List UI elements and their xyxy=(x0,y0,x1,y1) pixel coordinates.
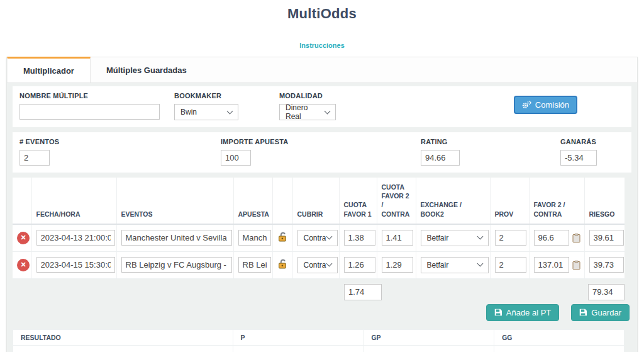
results-table: RESULTADO P GP GG GANARÁS -5.33 -5.34 -5… xyxy=(13,329,625,352)
chevron-down-icon xyxy=(477,261,483,267)
events-table-header-row: FECHA/HORA EVENTOS APUESTA CUBRIR CUOTA … xyxy=(13,178,625,224)
eventos-header: EVENTOS xyxy=(116,178,233,224)
total-riesgo-input[interactable] xyxy=(588,284,625,300)
cuota-favor-2-contra-header: CUOTA FAVOR 2 / CONTRA xyxy=(377,178,416,224)
rating-input[interactable] xyxy=(421,150,460,166)
importe-apuesta-label: IMPORTE APUESTA xyxy=(221,138,421,145)
bookmaker-label: BOOKMAKER xyxy=(174,92,279,99)
exchange-select[interactable]: Betfair xyxy=(421,230,489,246)
prov-input[interactable] xyxy=(495,257,526,273)
cubrir-select[interactable]: Contra xyxy=(297,230,338,246)
rating-field: RATING xyxy=(421,138,560,166)
comision-button-zone: Comisión xyxy=(436,92,625,114)
page-header: MultiOdds Instrucciones xyxy=(0,0,644,50)
chevron-down-icon xyxy=(326,234,332,240)
evento-input[interactable] xyxy=(121,257,232,273)
clipboard-icon[interactable] xyxy=(572,260,580,270)
nombre-multiple-field: NOMBRE MÚLTIPLE xyxy=(19,92,174,120)
ganaras-label: GANARÁS xyxy=(560,138,625,145)
clipboard-icon[interactable] xyxy=(572,233,580,243)
riesgo-input[interactable] xyxy=(589,257,624,273)
gp-header: GP xyxy=(364,329,494,345)
apuesta-header: APUESTA xyxy=(233,178,272,224)
nombre-multiple-input[interactable] xyxy=(19,104,160,120)
chevron-down-icon xyxy=(325,108,331,114)
ganaras-field: GANARÁS xyxy=(560,138,625,166)
rating-label: RATING xyxy=(421,138,560,145)
ganaras-input[interactable] xyxy=(560,150,597,166)
num-eventos-label: # EVENTOS xyxy=(19,138,221,145)
exchange-selected-value: Betfair xyxy=(427,261,449,270)
riesgo-header: RIESGO xyxy=(584,178,625,224)
save-icon xyxy=(494,309,502,316)
exchange-selected-value: Betfair xyxy=(427,234,449,242)
delete-event-button[interactable]: ✕ xyxy=(17,259,30,271)
num-eventos-field: # EVENTOS xyxy=(19,138,221,166)
events-table: FECHA/HORA EVENTOS APUESTA CUBRIR CUOTA … xyxy=(13,178,625,279)
delete-icon: ✕ xyxy=(20,261,26,268)
chevron-down-icon xyxy=(326,261,332,267)
event-row: ✕ xyxy=(13,251,625,278)
guardar-button[interactable]: Guardar xyxy=(571,304,630,321)
fecha-hora-input[interactable] xyxy=(36,257,115,273)
cubrir-select[interactable]: Contra xyxy=(297,257,338,273)
gg-header: GG xyxy=(494,329,625,345)
cuota-favor-2-input[interactable] xyxy=(382,230,413,246)
bet-params-card: # EVENTOS IMPORTE APUESTA RATING GANARÁS xyxy=(13,132,631,173)
cubrir-selected-value: Contra xyxy=(304,234,326,242)
instructions-link[interactable]: Instrucciones xyxy=(299,42,345,49)
cubrir-header: CUBRIR xyxy=(292,178,339,224)
comision-button-label: Comisión xyxy=(535,100,569,110)
delete-event-button[interactable]: ✕ xyxy=(17,232,30,244)
fecha-hora-input[interactable] xyxy=(36,230,115,246)
exchange-select[interactable]: Betfair xyxy=(421,257,489,273)
resultado-header: RESULTADO xyxy=(13,329,233,345)
favor-2-contra-input[interactable] xyxy=(534,257,569,273)
apuesta-input[interactable] xyxy=(238,230,271,246)
actions-row: Añade al PT Guardar xyxy=(13,304,631,321)
main-container: Multiplicador Múltiples Guardadas NOMBRE… xyxy=(6,57,638,352)
cuota-favor-2-input[interactable] xyxy=(382,257,413,273)
num-eventos-input[interactable] xyxy=(19,150,50,166)
results-header-row: RESULTADO P GP GG xyxy=(13,329,625,345)
comision-button[interactable]: Comisión xyxy=(514,96,577,114)
unlock-icon[interactable] xyxy=(277,259,289,269)
chevron-down-icon xyxy=(477,234,483,240)
add-to-pt-button[interactable]: Añade al PT xyxy=(486,304,560,321)
p-header: P xyxy=(233,329,364,345)
add-to-pt-button-label: Añade al PT xyxy=(506,308,552,317)
event-row: ✕ xyxy=(13,224,625,252)
riesgo-input[interactable] xyxy=(589,230,624,246)
importe-apuesta-input[interactable] xyxy=(221,150,251,166)
modalidad-selected-value: Dinero Real xyxy=(286,103,325,121)
cubrir-selected-value: Contra xyxy=(304,261,326,270)
tab-multiples-guardadas[interactable]: Múltiples Guardadas xyxy=(91,57,203,82)
prov-header: PROV xyxy=(490,178,529,224)
tab-multiplicador[interactable]: Multiplicador xyxy=(7,57,91,82)
modalidad-field: MODALIDAD Dinero Real xyxy=(279,92,436,120)
lock-column-header xyxy=(272,178,292,224)
ganaras-row-label: GANARÁS xyxy=(13,345,233,352)
delete-column-header xyxy=(13,178,31,224)
cuota-favor-1-input[interactable] xyxy=(344,257,375,273)
tab-bar: Multiplicador Múltiples Guardadas xyxy=(7,57,637,82)
bookmaker-select[interactable]: Bwin xyxy=(174,104,238,120)
totals-row xyxy=(13,282,631,302)
apuesta-input[interactable] xyxy=(238,257,271,273)
bookmaker-selected-value: Bwin xyxy=(180,108,197,116)
results-row-ganaras: GANARÁS -5.33 -5.34 -5.34 xyxy=(13,345,625,352)
delete-icon: ✕ xyxy=(20,234,26,241)
save-icon xyxy=(579,309,587,316)
ganaras-gp-value: -5.34 xyxy=(364,345,494,352)
favor-2-contra-input[interactable] xyxy=(534,230,569,246)
prov-input[interactable] xyxy=(495,230,526,246)
ganaras-p-value: -5.33 xyxy=(233,345,364,352)
unlock-icon[interactable] xyxy=(277,232,289,242)
total-cuota-favor-1-input[interactable] xyxy=(344,284,382,300)
cuota-favor-1-input[interactable] xyxy=(344,230,375,246)
evento-input[interactable] xyxy=(121,230,232,246)
modalidad-select[interactable]: Dinero Real xyxy=(279,104,336,120)
ganaras-gg-value: -5.34 xyxy=(494,345,625,352)
multiplicador-panel: NOMBRE MÚLTIPLE BOOKMAKER Bwin MODALIDAD… xyxy=(7,82,637,352)
favor-2-contra-header: FAVOR 2 / CONTRA xyxy=(529,178,584,224)
